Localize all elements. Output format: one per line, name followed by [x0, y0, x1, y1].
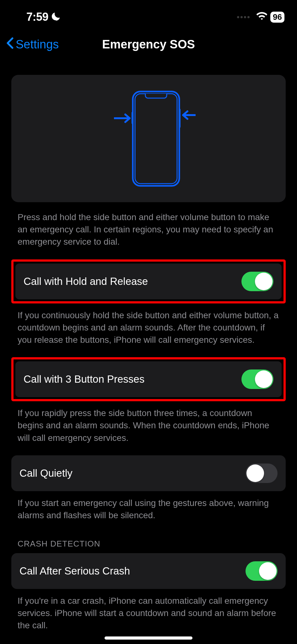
highlight-hold-release: Call with Hold and Release — [11, 259, 286, 303]
wifi-icon — [256, 11, 267, 23]
hero-description: Press and hold the side button and eithe… — [11, 211, 286, 248]
battery-indicator: 96 — [270, 12, 284, 23]
hero-illustration — [11, 75, 286, 202]
phone-press-illustration-icon — [101, 90, 196, 187]
moon-icon — [51, 12, 60, 22]
svg-rect-3 — [179, 109, 181, 128]
svg-rect-0 — [133, 92, 179, 186]
setting-label: Call After Serious Crash — [19, 565, 130, 577]
setting-label: Call Quietly — [19, 467, 73, 479]
status-right: 96 — [237, 11, 284, 23]
setting-after-crash[interactable]: Call After Serious Crash — [11, 553, 286, 589]
status-time: 7:59 — [26, 10, 48, 24]
back-label: Settings — [16, 38, 59, 51]
footer-hold-release: If you continuously hold the side button… — [11, 309, 286, 346]
section-header-crash: CRASH DETECTION — [11, 533, 286, 553]
svg-rect-1 — [135, 94, 177, 184]
footer-three-press: If you rapidly press the side button thr… — [11, 407, 286, 444]
chevron-left-icon — [6, 37, 14, 52]
page-dots — [237, 16, 250, 18]
setting-label: Call with 3 Button Presses — [24, 373, 144, 385]
page-title: Emergency SOS — [102, 38, 195, 51]
footer-after-crash: If you're in a car crash, iPhone can aut… — [11, 595, 286, 632]
toggle-call-quietly[interactable] — [246, 464, 278, 483]
highlight-three-press: Call with 3 Button Presses — [11, 357, 286, 401]
status-left: 7:59 — [26, 10, 60, 24]
toggle-three-press[interactable] — [241, 369, 273, 389]
footer-call-quietly: If you start an emergency call using the… — [11, 497, 286, 521]
home-indicator[interactable] — [105, 636, 192, 640]
content: Press and hold the side button and eithe… — [0, 58, 297, 632]
setting-label: Call with Hold and Release — [24, 275, 148, 287]
toggle-hold-release[interactable] — [241, 272, 273, 291]
setting-hold-release[interactable]: Call with Hold and Release — [15, 264, 282, 299]
setting-call-quietly[interactable]: Call Quietly — [11, 455, 286, 491]
toggle-after-crash[interactable] — [246, 561, 278, 581]
svg-rect-2 — [132, 112, 133, 124]
nav-header: Settings Emergency SOS — [0, 25, 297, 58]
setting-three-press[interactable]: Call with 3 Button Presses — [15, 361, 282, 397]
status-bar: 7:59 96 — [0, 0, 297, 25]
back-button[interactable]: Settings — [6, 37, 59, 52]
